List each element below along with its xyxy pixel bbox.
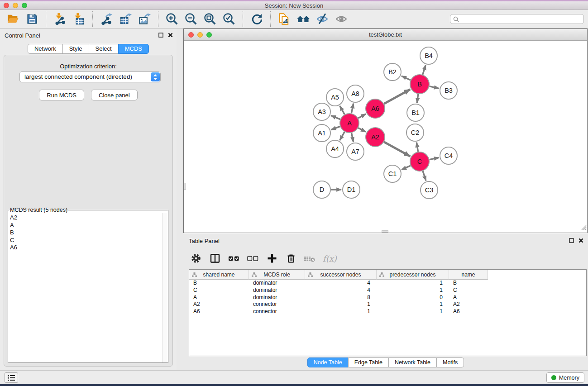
table-row[interactable]: A6connector11A6 bbox=[189, 308, 586, 315]
graph-edge-A2-C[interactable] bbox=[384, 142, 410, 157]
table-cell[interactable]: dominator bbox=[249, 294, 305, 301]
graph-edge-A-A6[interactable] bbox=[358, 114, 366, 118]
graph-edge-C-C1[interactable] bbox=[402, 166, 411, 170]
table-cell[interactable]: 1 bbox=[377, 301, 449, 308]
minimize-view-icon[interactable] bbox=[197, 32, 203, 38]
table-cell[interactable]: connector bbox=[249, 308, 305, 315]
table-cell[interactable]: B bbox=[189, 280, 249, 287]
graph-edge-C-C3[interactable] bbox=[423, 171, 426, 181]
graph-edge-A-A1[interactable] bbox=[331, 126, 340, 129]
result-scrollbar[interactable] bbox=[162, 213, 168, 362]
network-graph[interactable]: B4B2BB3A5A8A6A3AB1A1C2A2A4A7C4CC1DD1C3 bbox=[184, 41, 587, 233]
table-row[interactable]: A2connector11A2 bbox=[189, 301, 586, 308]
float-table-panel-icon[interactable] bbox=[569, 238, 574, 243]
graph-edge-A-A3[interactable] bbox=[331, 115, 340, 119]
column-header-name[interactable]: name bbox=[449, 270, 488, 280]
network-canvas[interactable]: B4B2BB3A5A8A6A3AB1A1C2A2A4A7C4CC1DD1C3 bbox=[184, 41, 587, 233]
graph-edge-A-A8[interactable] bbox=[351, 104, 353, 114]
network-window-titlebar[interactable]: testGlobe.txt bbox=[184, 29, 587, 41]
tab-motifs[interactable]: Motifs bbox=[436, 357, 464, 367]
zoom-out-icon[interactable] bbox=[184, 12, 198, 26]
result-item[interactable]: A bbox=[10, 222, 162, 229]
table-cell[interactable]: 4 bbox=[305, 287, 377, 294]
column-icon[interactable] bbox=[209, 252, 221, 265]
tab-network-table[interactable]: Network Table bbox=[388, 357, 437, 367]
export-table-icon[interactable] bbox=[118, 12, 133, 26]
table-cell[interactable]: 1 bbox=[305, 301, 377, 308]
add-icon[interactable] bbox=[266, 252, 278, 265]
column-header-MCDS-role[interactable]: MCDS role bbox=[249, 270, 305, 280]
zoom-selected-icon[interactable] bbox=[222, 12, 236, 26]
table-cell[interactable]: 8 bbox=[305, 294, 377, 301]
graph-edge-B-B2[interactable] bbox=[402, 76, 411, 80]
table-cell[interactable]: A6 bbox=[449, 308, 488, 315]
zoom-fit-icon[interactable] bbox=[203, 12, 217, 26]
import-table-icon[interactable] bbox=[72, 12, 86, 26]
graph-edge-B-B1[interactable] bbox=[417, 94, 418, 103]
table-cell[interactable]: connector bbox=[249, 301, 305, 308]
table-cell[interactable]: C bbox=[189, 287, 249, 294]
export-network-icon[interactable] bbox=[99, 12, 114, 26]
table-cell[interactable]: B bbox=[449, 280, 488, 287]
table-cell[interactable]: 1 bbox=[377, 280, 449, 287]
tab-style[interactable]: Style bbox=[62, 44, 89, 54]
graph-edge-A-A2[interactable] bbox=[358, 128, 366, 132]
graph-edge-B-B4[interactable] bbox=[423, 65, 426, 75]
table-cell[interactable]: dominator bbox=[249, 280, 305, 287]
close-view-icon[interactable] bbox=[188, 32, 194, 38]
deselect-all-icon[interactable] bbox=[247, 252, 259, 265]
table-cell[interactable]: dominator bbox=[249, 287, 305, 294]
graph-edge-A-A5[interactable] bbox=[340, 106, 344, 114]
save-session-icon[interactable] bbox=[25, 12, 39, 26]
table-cell[interactable]: A bbox=[189, 294, 249, 301]
gear-icon[interactable] bbox=[190, 252, 202, 265]
table-cell[interactable]: C bbox=[449, 287, 488, 294]
memory-button[interactable]: Memory bbox=[546, 372, 584, 383]
result-item[interactable]: B bbox=[10, 229, 162, 237]
table-cell[interactable]: A2 bbox=[189, 301, 249, 308]
left-splitter-handle[interactable] bbox=[184, 183, 186, 190]
window-controls[interactable] bbox=[4, 3, 27, 8]
close-window-icon[interactable] bbox=[4, 3, 9, 8]
hide-details-icon[interactable] bbox=[315, 12, 330, 26]
zoom-in-icon[interactable] bbox=[165, 12, 179, 26]
tab-network[interactable]: Network bbox=[28, 44, 63, 54]
select-all-icon[interactable] bbox=[228, 252, 240, 265]
search-field[interactable] bbox=[450, 14, 584, 24]
graph-edge-C-C4[interactable] bbox=[430, 157, 439, 159]
criterion-select[interactable]: largest connected component (directed) bbox=[19, 71, 161, 82]
resize-grip-icon[interactable] bbox=[581, 224, 587, 232]
close-panel-icon[interactable] bbox=[168, 33, 173, 38]
delete-table-icon[interactable] bbox=[304, 252, 316, 265]
function-icon[interactable]: f(x) bbox=[323, 254, 337, 263]
table-cell[interactable]: 1 bbox=[377, 287, 449, 294]
run-mcds-button[interactable]: Run MCDS bbox=[39, 90, 84, 100]
minimize-window-icon[interactable] bbox=[13, 3, 18, 8]
show-details-icon[interactable] bbox=[334, 12, 349, 26]
table-cell[interactable]: 1 bbox=[305, 308, 377, 315]
table-cell[interactable]: 0 bbox=[377, 294, 449, 301]
table-cell[interactable]: 1 bbox=[377, 308, 449, 315]
graph-edge-A6-B[interactable] bbox=[384, 90, 410, 104]
refresh-icon[interactable] bbox=[249, 12, 264, 26]
tab-mcds[interactable]: MCDS bbox=[118, 44, 149, 54]
home-icon[interactable] bbox=[296, 12, 311, 26]
zoom-window-icon[interactable] bbox=[22, 3, 27, 8]
new-session-icon[interactable] bbox=[277, 12, 292, 26]
table-row[interactable]: Cdominator41C bbox=[189, 287, 586, 294]
close-table-panel-icon[interactable] bbox=[578, 238, 583, 243]
open-file-icon[interactable] bbox=[6, 12, 20, 26]
graph-edge-C-C2[interactable] bbox=[416, 143, 418, 152]
tab-node-table[interactable]: Node Table bbox=[307, 357, 349, 367]
bottom-splitter-handle[interactable] bbox=[382, 230, 388, 233]
table-header-row[interactable]: shared nameMCDS rolesuccessor nodesprede… bbox=[189, 270, 586, 280]
column-header-predecessor-nodes[interactable]: predecessor nodes bbox=[377, 270, 449, 280]
zoom-view-icon[interactable] bbox=[206, 32, 212, 38]
table-row[interactable]: Bdominator41B bbox=[189, 280, 586, 287]
delete-icon[interactable] bbox=[285, 252, 297, 265]
graph-edge-A-A4[interactable] bbox=[340, 132, 344, 140]
search-input[interactable] bbox=[459, 16, 583, 23]
graph-edge-B-B3[interactable] bbox=[429, 86, 439, 89]
table-cell[interactable]: A bbox=[449, 294, 488, 301]
table-cell[interactable]: 4 bbox=[305, 280, 377, 287]
